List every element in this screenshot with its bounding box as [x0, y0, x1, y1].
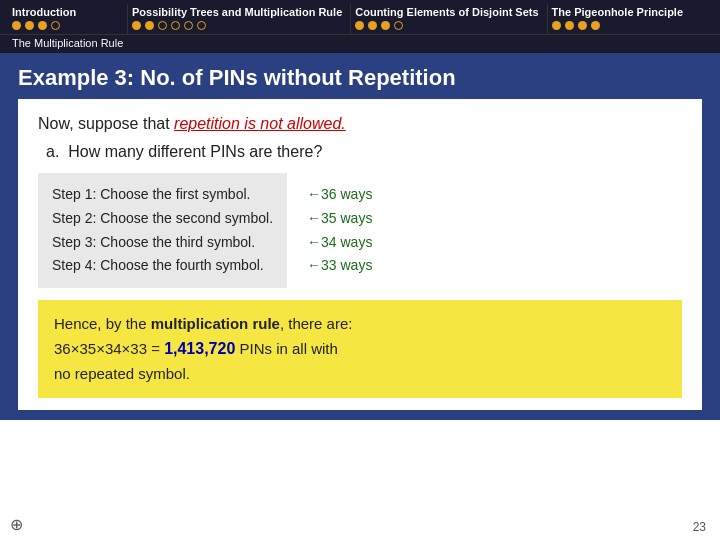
page-number: 23: [693, 520, 706, 534]
result-calc-end: PINs in all with: [235, 340, 338, 357]
subtitle-text: The Multiplication Rule: [12, 37, 123, 49]
way-1-text: ←36 ways: [307, 183, 372, 207]
main-content-area: Example 3: No. of PINs without Repetitio…: [0, 53, 720, 420]
way-3: ←34 ways: [307, 231, 372, 255]
dot-2: [368, 21, 377, 30]
ways-box: ←36 ways ←35 ways ←34 ways ←33 ways: [303, 173, 376, 288]
dot-1: [552, 21, 561, 30]
way-2: ←35 ways: [307, 207, 372, 231]
way-1: ←36 ways: [307, 183, 372, 207]
nav-dots-pigeonhole: [552, 21, 683, 30]
dot-1: [132, 21, 141, 30]
nav-title-introduction: Introduction: [12, 6, 119, 18]
dot-3: [38, 21, 47, 30]
dot-3: [381, 21, 390, 30]
nav-dots-counting: [355, 21, 538, 30]
nav-section-possibility[interactable]: Possibility Trees and Multiplication Rul…: [128, 4, 351, 34]
slide-title: Example 3: No. of PINs without Repetitio…: [18, 65, 702, 91]
way-2-text: ←35 ways: [307, 207, 372, 231]
nav-section-introduction[interactable]: Introduction: [8, 4, 128, 34]
dot-3: [158, 21, 167, 30]
nav-title-counting: Counting Elements of Disjoint Sets: [355, 6, 538, 18]
dot-1: [355, 21, 364, 30]
steps-box: Step 1: Choose the first symbol. Step 2:…: [38, 173, 287, 288]
nav-section-pigeonhole[interactable]: The Pigeonhole Principle: [548, 4, 691, 34]
dot-6: [197, 21, 206, 30]
dot-4: [171, 21, 180, 30]
way-4-text: ←33 ways: [307, 254, 372, 278]
way-4: ←33 ways: [307, 254, 372, 278]
nav-section-counting[interactable]: Counting Elements of Disjoint Sets: [351, 4, 547, 34]
result-box: Hence, by the multiplication rule, there…: [38, 300, 682, 398]
dot-1: [12, 21, 21, 30]
step-4: Step 4: Choose the fourth symbol.: [52, 254, 273, 278]
result-bold: multiplication rule: [151, 315, 280, 332]
dot-4: [591, 21, 600, 30]
question-prefix: a.: [46, 143, 59, 160]
dot-5: [184, 21, 193, 30]
dot-3: [578, 21, 587, 30]
step-1: Step 1: Choose the first symbol.: [52, 183, 273, 207]
dot-2: [145, 21, 154, 30]
result-line3: no repeated symbol.: [54, 365, 190, 382]
content-card: Now, suppose that repetition is not allo…: [18, 99, 702, 410]
top-navigation: Introduction Possibility Trees and Multi…: [0, 0, 720, 34]
question-body: How many different PINs are there?: [68, 143, 322, 160]
step-2: Step 2: Choose the second symbol.: [52, 207, 273, 231]
dot-2: [25, 21, 34, 30]
nav-dots-possibility: [132, 21, 342, 30]
way-3-text: ←34 ways: [307, 231, 372, 255]
result-suffix: , there are:: [280, 315, 353, 332]
result-number: 1,413,720: [164, 340, 235, 357]
result-prefix: Hence, by the: [54, 315, 151, 332]
nav-title-pigeonhole: The Pigeonhole Principle: [552, 6, 683, 18]
question-text: a. How many different PINs are there?: [38, 143, 682, 161]
subtitle-bar: The Multiplication Rule: [0, 34, 720, 53]
dot-4: [394, 21, 403, 30]
step-3: Step 3: Choose the third symbol.: [52, 231, 273, 255]
dot-4: [51, 21, 60, 30]
nav-title-possibility: Possibility Trees and Multiplication Rul…: [132, 6, 342, 18]
intro-text-highlight: repetition is not allowed.: [174, 115, 346, 132]
dot-2: [565, 21, 574, 30]
result-calc: ×35×34×33 =: [71, 340, 164, 357]
intro-text-prefix: Now, suppose that: [38, 115, 174, 132]
intro-paragraph: Now, suppose that repetition is not allo…: [38, 115, 682, 133]
nav-dots-introduction: [12, 21, 119, 30]
bottom-arrow-icon: ⊕: [10, 515, 23, 534]
result-calc-prefix: 36: [54, 340, 71, 357]
steps-area: Step 1: Choose the first symbol. Step 2:…: [38, 173, 682, 288]
